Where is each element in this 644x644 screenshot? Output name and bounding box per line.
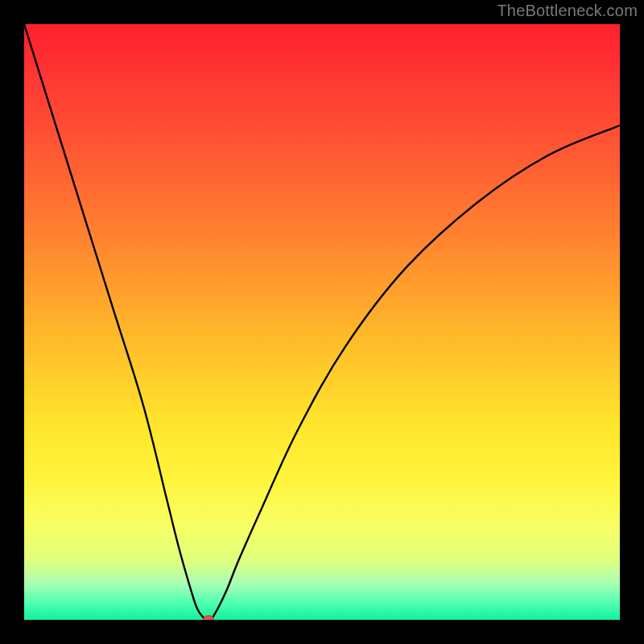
attribution-text: TheBottleneck.com xyxy=(497,2,638,20)
plot-area xyxy=(24,24,620,620)
chart-curve xyxy=(24,24,620,620)
chart-frame: TheBottleneck.com xyxy=(0,0,644,644)
data-marker xyxy=(203,615,214,620)
